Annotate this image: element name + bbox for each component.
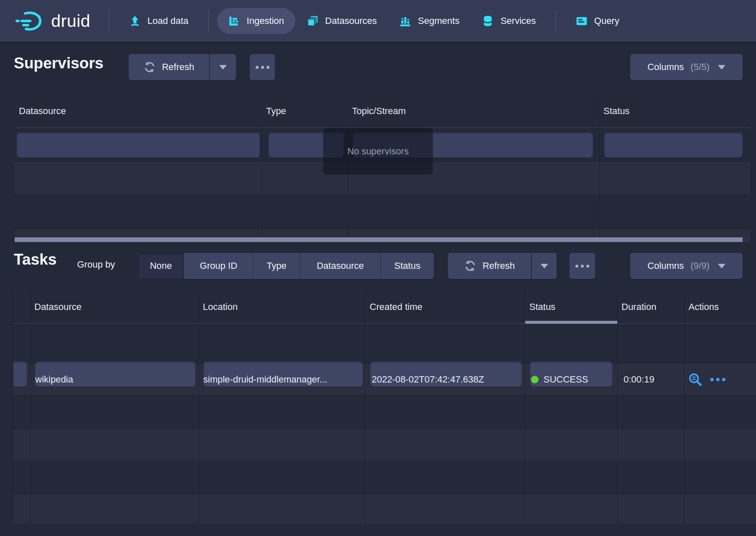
column-header-status[interactable]: Status [525, 291, 617, 323]
status-label: SUCCESS [544, 374, 588, 385]
group-by-status-button[interactable]: Status [381, 253, 434, 279]
more-icon [254, 66, 271, 69]
refresh-icon [464, 260, 476, 272]
group-by-label: Group by [77, 259, 115, 270]
empty-table-row [13, 461, 756, 494]
supervisors-refresh-split-button: Refresh [129, 54, 236, 80]
empty-table-row [15, 195, 750, 229]
column-header-actions[interactable]: Actions [684, 291, 756, 323]
task-location: simple-druid-middlemanager... [203, 363, 362, 395]
no-supervisors-message: No supervisors [323, 128, 433, 174]
nav-item-services[interactable]: Services [471, 8, 547, 34]
chevron-down-icon [541, 264, 548, 268]
nav-item-segments[interactable]: Segments [388, 8, 471, 34]
nav-item-label: Query [594, 16, 619, 26]
chevron-down-icon [718, 264, 725, 268]
nav-divider [208, 10, 209, 32]
supervisors-table-header: Datasource Type Topic/Stream Status [15, 94, 750, 128]
status-success-dot [531, 376, 539, 383]
tasks-columns-button[interactable]: Columns (9/9) [630, 253, 743, 279]
filter-input-datasource[interactable] [17, 132, 260, 157]
query-icon [576, 15, 588, 27]
columns-count: (5/5) [691, 62, 709, 73]
horizontal-scrollbar-track [15, 237, 750, 242]
top-navbar: druid Load data Ingestion Datasources [0, 0, 756, 42]
nav-item-ingestion[interactable]: Ingestion [217, 8, 295, 34]
logo-wordmark: druid [51, 11, 91, 31]
refresh-button[interactable]: Refresh [448, 253, 531, 279]
tasks-filter-row [13, 324, 756, 363]
task-created-time: 2022-08-02T07:42:47.638Z [372, 363, 523, 395]
column-header-status[interactable]: Status [599, 94, 750, 127]
ingestion-icon [228, 15, 240, 27]
nav-item-label: Segments [418, 16, 459, 26]
empty-table-row [15, 229, 750, 237]
column-header-type[interactable]: Type [262, 94, 348, 127]
nav-item-label: Services [500, 16, 536, 26]
druid-logo[interactable]: druid [15, 10, 91, 31]
group-by-group-id-button[interactable]: Group ID [184, 253, 253, 279]
refresh-icon [143, 61, 156, 73]
tasks-table-header: Datasource Location Created time Status … [13, 291, 756, 324]
column-header-topic-stream[interactable]: Topic/Stream [348, 94, 599, 127]
nav-item-datasources[interactable]: Datasources [295, 8, 388, 34]
empty-table-row [13, 396, 756, 429]
nav-item-label: Load data [148, 16, 189, 26]
supervisors-more-button[interactable] [250, 54, 275, 80]
group-by-none-button[interactable]: None [138, 253, 184, 279]
column-header-duration[interactable]: Duration [617, 291, 684, 323]
empty-table-row [13, 494, 756, 523]
nav-divider [556, 10, 556, 32]
nav-item-label: Datasources [325, 16, 377, 26]
tasks-title: Tasks [14, 251, 57, 268]
columns-label: Columns [647, 62, 684, 73]
tasks-table: Datasource Location Created time Status … [12, 291, 756, 523]
upload-icon [129, 15, 141, 27]
group-by-type-button[interactable]: Type [253, 253, 300, 279]
task-detail-magnifier-icon[interactable] [688, 372, 703, 387]
columns-count: (9/9) [691, 260, 709, 271]
segments-icon [399, 15, 411, 27]
refresh-label: Refresh [482, 260, 515, 271]
group-by-button-group: None Group ID Type Datasource Status [138, 253, 434, 279]
column-header-datasource[interactable]: Datasource [30, 291, 199, 323]
services-icon [482, 15, 494, 27]
tasks-refresh-split-button: Refresh [448, 253, 557, 279]
refresh-label: Refresh [162, 62, 194, 73]
druid-logo-icon [15, 10, 46, 31]
nav-item-query[interactable]: Query [564, 8, 631, 34]
tasks-more-button[interactable] [570, 253, 595, 279]
task-datasource: wikipedia [35, 363, 194, 395]
refresh-button[interactable]: Refresh [129, 54, 209, 80]
task-row-wikipedia[interactable]: wikipedia simple-druid-middlemanager... … [13, 363, 756, 396]
empty-table-row [13, 429, 756, 461]
group-by-datasource-button[interactable]: Datasource [300, 253, 381, 279]
column-header-created-time[interactable]: Created time [365, 291, 525, 323]
task-actions-more-icon[interactable] [709, 378, 727, 381]
more-icon [574, 265, 590, 268]
chevron-down-icon [219, 65, 227, 70]
datasources-icon [307, 15, 318, 27]
task-duration: 0:00:19 [624, 363, 682, 395]
supervisors-table: Datasource Type Topic/Stream Status No s… [15, 94, 750, 242]
columns-label: Columns [647, 260, 684, 271]
filter-input-status[interactable] [604, 132, 743, 157]
refresh-dropdown-button[interactable] [531, 253, 557, 279]
chevron-down-icon [718, 65, 725, 70]
column-header-datasource[interactable]: Datasource [15, 94, 262, 127]
task-status: SUCCESS [531, 363, 615, 395]
sort-indicator [525, 321, 617, 324]
supervisors-title: Supervisors [14, 55, 104, 72]
nav-item-label: Ingestion [247, 16, 284, 26]
column-header-location[interactable]: Location [199, 291, 365, 323]
nav-item-load-data[interactable]: Load data [118, 8, 200, 34]
nav-divider [109, 10, 109, 32]
refresh-dropdown-button[interactable] [209, 54, 236, 80]
horizontal-scrollbar-thumb[interactable] [15, 237, 743, 242]
supervisors-columns-button[interactable]: Columns (5/5) [630, 54, 743, 80]
